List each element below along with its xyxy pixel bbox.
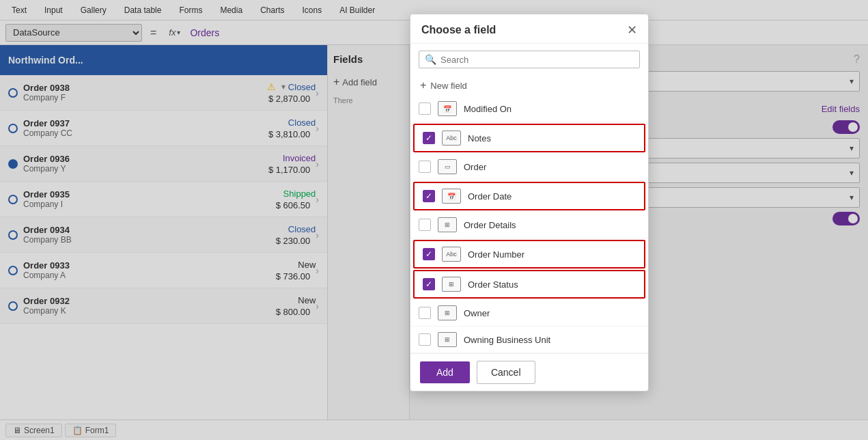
field-list: 📅 Modified On ✓ Abc Notes ▭ Order ✓ 📅 Or… (410, 96, 648, 353)
plus-icon: + (420, 79, 426, 92)
list-item[interactable]: ✓ Abc Order Number (413, 240, 645, 269)
grid-icon: ⊞ (442, 277, 461, 292)
field-checkbox[interactable] (419, 102, 431, 115)
search-input[interactable] (440, 55, 634, 65)
field-label: Order Details (464, 220, 516, 230)
field-label: Owner (464, 308, 490, 318)
list-item[interactable]: ✓ Abc Notes (413, 124, 645, 152)
new-field-button[interactable]: + New field (410, 75, 648, 96)
list-item[interactable]: ✓ 📅 Order Date (413, 182, 645, 210)
field-checkbox[interactable]: ✓ (423, 132, 435, 144)
list-item[interactable]: 📅 Modified On (410, 96, 648, 122)
field-checkbox[interactable] (419, 161, 431, 173)
field-checkbox[interactable] (419, 333, 431, 346)
field-label: Owning Business Unit (464, 335, 550, 345)
dialog-title: Choose a field (421, 24, 496, 36)
grid-icon: ⊞ (438, 332, 457, 347)
rect-icon: ▭ (438, 159, 457, 174)
field-checkbox[interactable] (419, 219, 431, 231)
calendar-icon: 📅 (442, 189, 461, 204)
list-item[interactable]: ⊞ Owner (410, 300, 648, 327)
field-checkbox[interactable]: ✓ (423, 190, 435, 202)
field-label: Order Status (468, 279, 518, 290)
field-label: Order Number (468, 249, 524, 260)
field-label: Order Date (468, 191, 512, 202)
grid-icon: ⊞ (438, 217, 457, 232)
dialog-footer: Add Cancel (410, 353, 648, 391)
abc-icon: Abc (442, 247, 461, 262)
field-label: Modified On (464, 104, 512, 114)
dialog-header: Choose a field ✕ (410, 14, 648, 44)
search-icon: 🔍 (425, 54, 436, 65)
field-label: Notes (468, 133, 491, 143)
choose-field-dialog: Choose a field ✕ 🔍 + New field 📅 Modifie… (410, 14, 649, 391)
search-box: 🔍 (419, 51, 640, 68)
list-item[interactable]: ✓ ⊞ Order Status (413, 270, 645, 299)
list-item[interactable]: ⊞ Owning Business Unit (410, 327, 648, 353)
grid-icon: ⊞ (438, 305, 457, 320)
close-button[interactable]: ✕ (627, 24, 637, 36)
field-label: Order (464, 162, 486, 172)
field-checkbox[interactable] (419, 307, 431, 319)
calendar-icon: 📅 (438, 101, 457, 116)
add-button[interactable]: Add (420, 361, 470, 383)
list-item[interactable]: ▭ Order (410, 154, 648, 180)
field-checkbox[interactable]: ✓ (423, 278, 435, 290)
field-checkbox[interactable]: ✓ (423, 248, 435, 260)
abc-icon: Abc (442, 130, 461, 146)
list-item[interactable]: ⊞ Order Details (410, 212, 648, 238)
cancel-button[interactable]: Cancel (477, 361, 535, 384)
